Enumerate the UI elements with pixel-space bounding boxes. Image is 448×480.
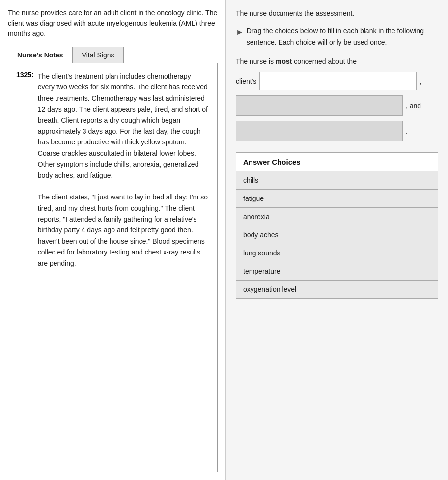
- choice-body-aches[interactable]: body aches: [236, 226, 438, 244]
- choice-temperature[interactable]: temperature: [236, 262, 438, 281]
- tabs-container: Nurse's Notes Vital Signs: [8, 47, 218, 63]
- arrow-icon: ►: [236, 26, 244, 39]
- instruction-text: Drag the choices below to fill in each b…: [247, 26, 438, 48]
- blank-line-1: client's ,: [236, 72, 438, 90]
- blank-3[interactable]: [236, 121, 403, 141]
- tab-vital-signs[interactable]: Vital Signs: [73, 47, 124, 63]
- answer-choices-header: Answer Choices: [236, 153, 438, 171]
- concerned-line: The nurse is most concerned about the: [236, 56, 438, 67]
- note-entry: 1325: The client's treatment plan includ…: [16, 71, 209, 269]
- note-body: The client's treatment plan includes che…: [38, 71, 209, 269]
- comma-label: ,: [420, 77, 421, 85]
- choice-anorexia[interactable]: anorexia: [236, 208, 438, 226]
- scenario-text: The nurse provides care for an adult cli…: [8, 8, 218, 39]
- instruction-arrow: ► Drag the choices below to fill in each…: [236, 26, 438, 48]
- left-panel: The nurse provides care for an adult cli…: [0, 0, 226, 480]
- blank-1[interactable]: [259, 72, 417, 90]
- choice-chills[interactable]: chills: [236, 171, 438, 190]
- answer-choices-container: Answer Choices chills fatigue anorexia b…: [236, 152, 438, 299]
- assessment-line: The nurse documents the assessment.: [236, 8, 438, 19]
- main-container: The nurse provides care for an adult cli…: [0, 0, 448, 480]
- period-label: .: [406, 127, 408, 135]
- tab-content: 1325: The client's treatment plan includ…: [8, 63, 218, 472]
- tab-nurses-notes[interactable]: Nurse's Notes: [8, 47, 73, 63]
- choice-fatigue[interactable]: fatigue: [236, 190, 438, 208]
- sentence-area: The nurse is most concerned about the cl…: [236, 56, 438, 141]
- blank-line-3: .: [236, 121, 438, 141]
- blank-line-2: , and: [236, 95, 438, 116]
- choice-oxygenation-level[interactable]: oxygenation level: [236, 281, 438, 298]
- choice-lung-sounds[interactable]: lung sounds: [236, 244, 438, 262]
- right-panel: The nurse documents the assessment. ► Dr…: [226, 0, 448, 480]
- note-time: 1325:: [16, 71, 34, 269]
- clients-label: client's: [236, 77, 256, 85]
- and-label: , and: [406, 102, 421, 110]
- blank-2[interactable]: [236, 95, 403, 116]
